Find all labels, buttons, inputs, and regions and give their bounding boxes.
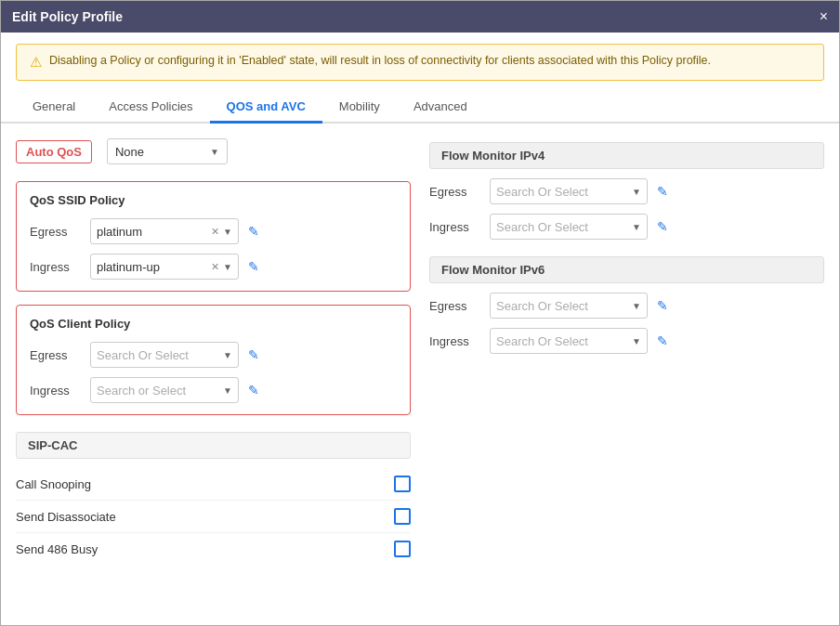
tab-access-policies[interactable]: Access Policies — [92, 92, 209, 124]
auto-qos-label: Auto QoS — [16, 140, 92, 163]
qos-client-egress-arrow-icon: ▼ — [223, 350, 232, 360]
qos-client-ingress-label: Ingress — [30, 384, 81, 398]
flow-ipv6-ingress-edit-icon[interactable]: ✎ — [657, 333, 668, 348]
flow-ipv4-ingress-row: Ingress Search Or Select ▼ ✎ — [429, 214, 824, 240]
flow-ipv6-egress-edit-icon[interactable]: ✎ — [657, 298, 668, 313]
flow-ipv4-egress-select[interactable]: Search Or Select ▼ — [490, 178, 648, 204]
tab-bar: General Access Policies QOS and AVC Mobi… — [1, 92, 839, 124]
send-disassociate-label: Send Disassociate — [16, 510, 394, 524]
flow-ipv6-ingress-select[interactable]: Search Or Select ▼ — [490, 328, 648, 354]
modal-close-button[interactable]: × — [820, 8, 828, 25]
qos-ssid-ingress-value: platinum-up — [97, 260, 211, 274]
flow-ipv6-ingress-row: Ingress Search Or Select ▼ ✎ — [429, 328, 824, 354]
alert-message: Disabling a Policy or configuring it in … — [49, 54, 711, 67]
qos-client-ingress-placeholder: Search or Select — [97, 384, 223, 398]
modal-body: ⚠ Disabling a Policy or configuring it i… — [1, 33, 839, 625]
flow-ipv4-egress-placeholder: Search Or Select — [496, 185, 632, 199]
auto-qos-value: None — [115, 145, 144, 159]
left-column: Auto QoS None ▼ QoS SSID Policy Egress p… — [16, 138, 411, 610]
qos-ssid-egress-edit-icon[interactable]: ✎ — [248, 224, 259, 239]
alert-icon: ⚠ — [30, 54, 42, 71]
modal-title: Edit Policy Profile — [12, 9, 123, 24]
flow-ipv4-egress-edit-icon[interactable]: ✎ — [657, 184, 668, 199]
sip-cac-title: SIP-CAC — [16, 432, 411, 459]
tab-advanced[interactable]: Advanced — [397, 92, 484, 124]
send-486-busy-checkbox[interactable] — [394, 541, 411, 557]
tab-general[interactable]: General — [16, 92, 92, 124]
send-486-busy-label: Send 486 Busy — [16, 542, 394, 556]
flow-monitor-ipv6-title: Flow Monitor IPv6 — [429, 256, 824, 283]
qos-client-policy-box: QoS Client Policy Egress Search Or Selec… — [16, 305, 411, 415]
qos-ssid-egress-arrow-icon: ▼ — [223, 227, 232, 237]
qos-ssid-ingress-edit-icon[interactable]: ✎ — [248, 259, 259, 274]
flow-ipv6-ingress-label: Ingress — [429, 334, 480, 348]
tab-qos-avc[interactable]: QOS and AVC — [210, 92, 322, 124]
qos-client-ingress-row: Ingress Search or Select ▼ ✎ — [30, 377, 397, 403]
flow-ipv6-egress-arrow-icon: ▼ — [632, 301, 641, 311]
flow-ipv6-egress-placeholder: Search Or Select — [496, 299, 632, 313]
flow-ipv6-egress-label: Egress — [429, 299, 480, 313]
send-disassociate-checkbox[interactable] — [394, 508, 411, 525]
call-snooping-checkbox[interactable] — [394, 476, 411, 492]
flow-ipv4-ingress-select[interactable]: Search Or Select ▼ — [490, 214, 648, 240]
flow-ipv4-ingress-placeholder: Search Or Select — [496, 220, 632, 234]
flow-ipv4-ingress-edit-icon[interactable]: ✎ — [657, 219, 668, 234]
flow-ipv6-ingress-arrow-icon: ▼ — [632, 336, 641, 346]
qos-client-egress-label: Egress — [30, 348, 81, 362]
auto-qos-arrow-icon: ▼ — [210, 147, 219, 157]
qos-client-ingress-arrow-icon: ▼ — [223, 385, 232, 396]
qos-ssid-ingress-row: Ingress platinum-up ✕ ▼ ✎ — [30, 254, 397, 280]
flow-ipv4-ingress-arrow-icon: ▼ — [632, 222, 641, 232]
flow-monitor-ipv4-title: Flow Monitor IPv4 — [429, 142, 824, 169]
qos-ssid-egress-label: Egress — [30, 225, 81, 239]
qos-client-egress-row: Egress Search Or Select ▼ ✎ — [30, 342, 397, 368]
flow-monitor-ipv4-section: Flow Monitor IPv4 Egress Search Or Selec… — [429, 142, 824, 240]
auto-qos-select[interactable]: None ▼ — [107, 138, 228, 164]
qos-ssid-egress-value: platinum — [97, 225, 211, 239]
flow-ipv4-egress-label: Egress — [429, 185, 480, 199]
qos-ssid-ingress-label: Ingress — [30, 260, 81, 274]
send-486-busy-row: Send 486 Busy — [16, 533, 411, 565]
flow-monitor-ipv6-section: Flow Monitor IPv6 Egress Search Or Selec… — [429, 256, 824, 354]
qos-ssid-policy-title: QoS SSID Policy — [30, 193, 397, 207]
flow-ipv4-egress-arrow-icon: ▼ — [632, 187, 641, 197]
qos-ssid-egress-select[interactable]: platinum ✕ ▼ — [90, 218, 239, 244]
qos-ssid-ingress-select[interactable]: platinum-up ✕ ▼ — [90, 254, 239, 280]
qos-ssid-egress-row: Egress platinum ✕ ▼ ✎ — [30, 218, 397, 244]
modal: Edit Policy Profile × ⚠ Disabling a Poli… — [0, 0, 840, 626]
qos-ssid-egress-clear-icon[interactable]: ✕ — [211, 226, 219, 238]
flow-ipv6-egress-select[interactable]: Search Or Select ▼ — [490, 293, 648, 319]
send-disassociate-row: Send Disassociate — [16, 501, 411, 533]
call-snooping-row: Call Snooping — [16, 468, 411, 501]
qos-client-egress-select[interactable]: Search Or Select ▼ — [90, 342, 239, 368]
qos-client-ingress-edit-icon[interactable]: ✎ — [248, 383, 259, 398]
alert-banner: ⚠ Disabling a Policy or configuring it i… — [16, 44, 824, 81]
right-column: Flow Monitor IPv4 Egress Search Or Selec… — [429, 138, 824, 610]
modal-header: Edit Policy Profile × — [1, 1, 839, 33]
flow-ipv4-ingress-label: Ingress — [429, 220, 480, 234]
tab-mobility[interactable]: Mobility — [322, 92, 397, 124]
qos-client-policy-title: QoS Client Policy — [30, 317, 397, 331]
sip-cac-section: SIP-CAC Call Snooping Send Disassociate … — [16, 432, 411, 565]
flow-ipv6-ingress-placeholder: Search Or Select — [496, 334, 632, 348]
main-content: Auto QoS None ▼ QoS SSID Policy Egress p… — [1, 124, 839, 625]
auto-qos-row: Auto QoS None ▼ — [16, 138, 411, 164]
call-snooping-label: Call Snooping — [16, 477, 394, 491]
flow-ipv6-egress-row: Egress Search Or Select ▼ ✎ — [429, 293, 824, 319]
qos-ssid-ingress-arrow-icon: ▼ — [223, 262, 232, 272]
qos-ssid-policy-box: QoS SSID Policy Egress platinum ✕ ▼ ✎ In… — [16, 181, 411, 292]
qos-client-egress-edit-icon[interactable]: ✎ — [248, 347, 259, 362]
flow-ipv4-egress-row: Egress Search Or Select ▼ ✎ — [429, 178, 824, 204]
qos-ssid-ingress-clear-icon[interactable]: ✕ — [211, 261, 219, 273]
qos-client-egress-placeholder: Search Or Select — [97, 348, 223, 362]
qos-client-ingress-select[interactable]: Search or Select ▼ — [90, 377, 239, 403]
